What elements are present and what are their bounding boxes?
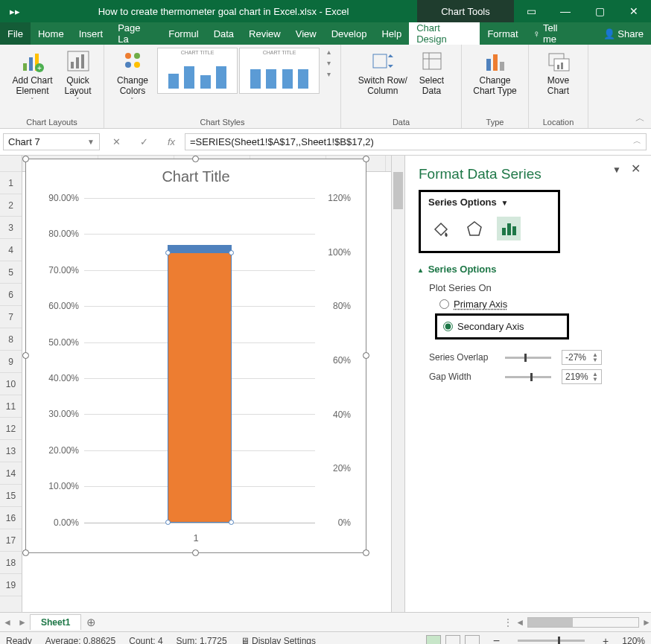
series-options-section[interactable]: ▴ Series Options xyxy=(419,261,641,278)
formula-bar[interactable]: =SERIES(Sheet1!$A$17,,Sheet1!$B$17,2) ︿ xyxy=(185,133,647,150)
hscroll-thumb[interactable] xyxy=(528,618,573,627)
row-header[interactable]: 1 xyxy=(0,172,22,194)
vertical-scrollbar[interactable] xyxy=(391,156,404,612)
select-all-corner[interactable] xyxy=(0,156,22,172)
zoom-slider-thumb[interactable] xyxy=(558,637,560,644)
chart-title[interactable]: Chart Title xyxy=(26,159,366,191)
ribbon-display-options[interactable]: ▭ xyxy=(514,5,548,17)
row-header[interactable]: 11 xyxy=(0,395,22,418)
tab-home[interactable]: Home xyxy=(31,22,72,45)
secondary-axis[interactable]: 120% 100% 80% 60% 40% 20% 0% xyxy=(317,198,351,523)
effects-tab[interactable] xyxy=(463,217,486,240)
data-point-handle[interactable] xyxy=(165,520,171,525)
new-sheet-button[interactable]: ⊕ xyxy=(81,616,101,629)
row-header[interactable]: 5 xyxy=(0,261,22,284)
zoom-out-button[interactable]: − xyxy=(493,634,500,645)
quick-layout-button[interactable]: Quick Layout ˅ xyxy=(62,48,95,106)
primary-axis-radio[interactable]: Primary Axis xyxy=(419,296,641,312)
sheet-tab-sheet1[interactable]: Sheet1 xyxy=(30,614,81,630)
row-header[interactable]: 12 xyxy=(0,418,22,440)
page-break-view-button[interactable] xyxy=(465,635,480,645)
maximize-button[interactable]: ▢ xyxy=(582,5,617,17)
gap-width-input[interactable]: 219% ▲▼ xyxy=(562,369,602,384)
row-header[interactable]: 15 xyxy=(0,485,22,507)
name-box[interactable]: Chart 7 ▼ xyxy=(3,133,100,150)
slider-thumb[interactable] xyxy=(530,373,533,381)
resize-handle[interactable] xyxy=(192,156,199,162)
style-gallery-scroll[interactable]: ▴ ▾ ▾ xyxy=(326,48,331,78)
row-header[interactable]: 13 xyxy=(0,440,22,462)
row-header[interactable]: 7 xyxy=(0,306,22,328)
tab-insert[interactable]: Insert xyxy=(72,22,111,45)
zoom-slider[interactable] xyxy=(518,640,585,642)
resize-handle[interactable] xyxy=(192,549,199,556)
nav-prev-icon[interactable]: ◄ xyxy=(3,617,12,628)
row-header[interactable]: 14 xyxy=(0,462,22,485)
gap-width-slider[interactable] xyxy=(505,376,551,378)
normal-view-button[interactable] xyxy=(426,635,441,645)
task-pane-close-button[interactable]: ✕ xyxy=(631,162,641,176)
expand-formula-icon[interactable]: ︿ xyxy=(633,136,641,147)
resize-handle[interactable] xyxy=(22,156,29,162)
resize-handle[interactable] xyxy=(22,352,29,359)
select-data-button[interactable]: Select Data xyxy=(416,48,447,98)
row-header[interactable]: 17 xyxy=(0,529,22,552)
tab-help[interactable]: Help xyxy=(374,22,409,45)
move-chart-button[interactable]: Move Chart xyxy=(544,48,574,98)
hscroll-track[interactable] xyxy=(527,617,639,628)
nav-next-icon[interactable]: ► xyxy=(18,617,27,628)
plot-area[interactable]: 90.00% 80.00% 70.00% 60.00% 50.00% 40.00… xyxy=(41,198,351,523)
row-header[interactable]: 2 xyxy=(0,194,22,217)
close-button[interactable]: ✕ xyxy=(617,5,651,17)
data-point-handle[interactable] xyxy=(165,250,171,255)
row-header[interactable]: 8 xyxy=(0,328,22,351)
cancel-icon[interactable]: ✕ xyxy=(112,136,121,147)
tab-formulas[interactable]: Formul xyxy=(161,22,206,45)
scrollbar-thumb[interactable] xyxy=(393,172,403,209)
grid-area[interactable]: A B C D E Chart Title xyxy=(22,156,391,612)
series2-bar-selected[interactable] xyxy=(168,252,232,523)
data-point-handle[interactable] xyxy=(229,520,234,525)
series-overlap-slider[interactable] xyxy=(505,357,551,359)
chart-object[interactable]: Chart Title 90.00% 80.00% 70.00% 60.00% … xyxy=(25,159,366,553)
change-chart-type-button[interactable]: Change Chart Type xyxy=(470,48,519,98)
row-header[interactable]: 16 xyxy=(0,507,22,529)
tab-file[interactable]: File xyxy=(0,22,31,45)
task-pane-options-icon[interactable]: ▼ xyxy=(612,165,621,175)
enter-icon[interactable]: ✓ xyxy=(140,136,148,147)
row-headers[interactable]: 1 2 3 4 5 6 7 8 9 10 11 12 13 14 15 16 1… xyxy=(0,156,22,612)
display-settings-button[interactable]: 🖥 Display Settings xyxy=(241,636,316,645)
category-axis-label[interactable]: 1 xyxy=(26,532,366,543)
fx-icon[interactable]: fx xyxy=(168,136,175,147)
tab-review[interactable]: Review xyxy=(241,22,288,45)
series-options-dropdown[interactable]: Series Options ▼ xyxy=(428,197,550,214)
series-overlap-input[interactable]: -27% ▲▼ xyxy=(562,350,602,365)
tell-me-button[interactable]: ♀ Tell me xyxy=(526,22,581,45)
fill-line-tab[interactable] xyxy=(428,217,452,240)
row-header[interactable]: 3 xyxy=(0,217,22,239)
resize-handle[interactable] xyxy=(363,549,369,556)
scroll-right-icon[interactable]: ► xyxy=(642,617,651,628)
switch-row-column-button[interactable]: Switch Row/ Column xyxy=(355,48,410,98)
quick-access-dropdown[interactable]: ▸▸ xyxy=(0,6,30,17)
tab-page-layout[interactable]: Page La xyxy=(110,22,161,45)
scroll-left-icon[interactable]: ◄ xyxy=(515,617,524,628)
collapse-ribbon-button[interactable]: ︿ xyxy=(588,45,651,128)
page-layout-view-button[interactable] xyxy=(445,635,460,645)
spinner-buttons[interactable]: ▲▼ xyxy=(592,372,598,382)
row-header[interactable]: 6 xyxy=(0,284,22,306)
zoom-level[interactable]: 120% xyxy=(622,636,645,645)
series-options-tab[interactable] xyxy=(497,217,521,240)
change-colors-button[interactable]: Change Colors ˅ xyxy=(114,48,151,106)
row-header[interactable]: 19 xyxy=(0,574,22,596)
resize-handle[interactable] xyxy=(22,549,29,556)
split-handle[interactable]: ⋮ xyxy=(501,617,515,628)
chart-style-gallery[interactable]: CHART TITLE CHART TITLE xyxy=(157,48,320,94)
secondary-axis-radio[interactable]: Secondary Axis xyxy=(443,319,561,334)
resize-handle[interactable] xyxy=(363,156,369,162)
tab-format[interactable]: Format xyxy=(480,22,525,45)
data-point-handle[interactable] xyxy=(229,250,234,255)
radio-input[interactable] xyxy=(439,299,449,309)
tab-view[interactable]: View xyxy=(288,22,324,45)
chart-style-2[interactable]: CHART TITLE xyxy=(239,48,320,94)
